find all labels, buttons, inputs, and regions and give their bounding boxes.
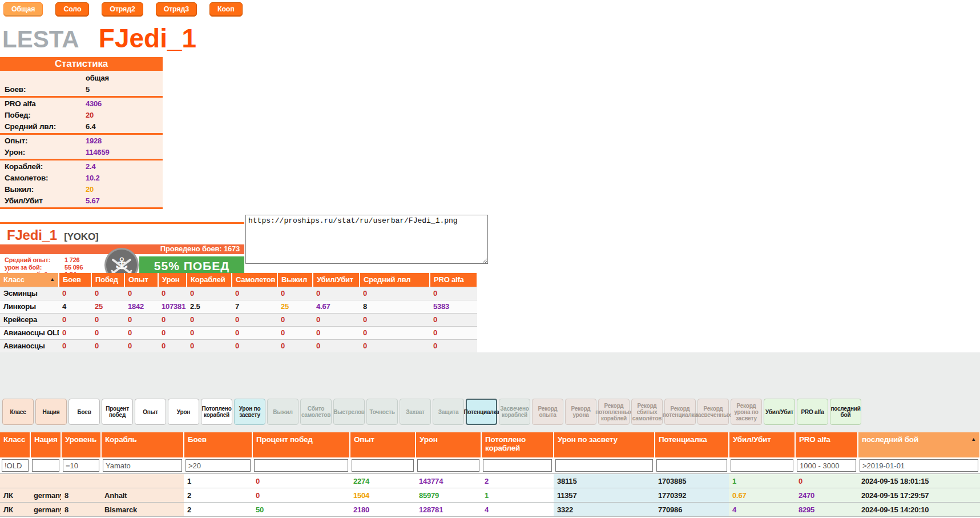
filter-button-4[interactable]: Процент побед — [102, 399, 133, 425]
ship-table-col-header[interactable]: последний бой▲ — [858, 432, 980, 457]
filter-button-22[interactable]: Рекорд засвеченных — [697, 399, 729, 425]
column-filter-input[interactable] — [731, 459, 793, 472]
filter-button-8[interactable]: Урон по засвету — [234, 399, 265, 425]
column-filter-input[interactable] — [483, 459, 552, 472]
ship-table-col-header[interactable]: Опыт — [350, 432, 416, 457]
filter-button-23[interactable]: Рекорд урона по засвету — [731, 399, 762, 425]
class-table-col-header[interactable]: Урон — [158, 273, 187, 287]
stat-label: Урон: — [0, 148, 86, 156]
filter-button-9[interactable]: Выжил — [267, 399, 299, 425]
column-filter-input[interactable] — [417, 459, 479, 472]
ship-table-col-header[interactable]: PRO alfa — [795, 432, 858, 457]
class-table-col-header[interactable]: Средний лвл — [360, 273, 430, 287]
class-table-col-header[interactable]: PRO alfa — [430, 273, 477, 287]
class-stat-cell: 0 — [313, 287, 360, 300]
ship-stat-cell: 2470 — [795, 488, 858, 503]
class-table-row: Авианосцы OLD0000000000 — [0, 326, 477, 339]
filter-button-18[interactable]: Рекорд урона — [565, 399, 596, 425]
filter-button-2[interactable]: Нация — [35, 399, 67, 425]
class-stat-cell: 0 — [59, 326, 91, 339]
filter-button-7[interactable]: Потоплено кораблей — [201, 399, 232, 425]
class-stat-cell: 8 — [360, 300, 430, 313]
column-filter-input[interactable] — [254, 459, 348, 472]
ship-table-col-header[interactable]: Процент побед — [252, 432, 350, 457]
ship-class-cell: Авианосцы OLD — [0, 326, 59, 339]
filter-button-12[interactable]: Точность — [366, 399, 398, 425]
ship-table-col-header[interactable]: Боев — [184, 432, 252, 457]
class-stat-cell: 4.67 — [313, 300, 360, 313]
filter-button-11[interactable]: Выстрелов — [333, 399, 365, 425]
ship-stat-cell: 2024-09-15 17:29:57 — [858, 488, 980, 503]
column-filter-input[interactable] — [103, 459, 182, 472]
class-stat-cell: 0 — [158, 326, 187, 339]
ship-stat-cell: ЛК — [0, 503, 30, 517]
tab-1[interactable]: Общая — [3, 2, 43, 17]
ship-table-col-header[interactable]: Класс — [0, 432, 30, 457]
filter-button-24[interactable]: Убил/Убит — [764, 399, 795, 425]
tab-5[interactable]: Кооп — [209, 2, 243, 17]
column-filter-input[interactable] — [352, 459, 414, 472]
column-filter-input[interactable] — [32, 459, 59, 472]
ship-table-col-header[interactable]: Потоплено кораблей — [481, 432, 554, 457]
class-stat-cell: 25 — [91, 300, 124, 313]
class-table-col-header[interactable]: Выжил — [277, 273, 313, 287]
ship-table-col-header[interactable]: Нация — [30, 432, 61, 457]
column-filter-input[interactable] — [860, 459, 978, 472]
filter-button-26[interactable]: последний бой — [830, 399, 861, 425]
ship-stat-cell — [0, 474, 30, 488]
filter-button-6[interactable]: Урон — [168, 399, 199, 425]
ship-stat-cell: 0 — [252, 474, 350, 488]
filter-button-10[interactable]: Сбито самолетов — [300, 399, 332, 425]
column-filter-input[interactable] — [185, 459, 251, 472]
ship-class-cell: Авианосцы — [0, 339, 59, 352]
class-stat-cell: 0 — [124, 326, 158, 339]
tab-3[interactable]: Отряд2 — [102, 2, 143, 17]
column-filter-input[interactable] — [656, 459, 727, 472]
userbar-url-textarea[interactable]: https://proships.ru/stat/ru/userbar/FJed… — [245, 215, 488, 264]
ship-table-col-header[interactable]: Урон по засвету — [554, 432, 655, 457]
stat-value: 1928 — [86, 136, 102, 145]
ship-table-col-header[interactable]: Убил/Убит — [729, 432, 795, 457]
filter-button-21[interactable]: Рекорд потенциалки — [664, 399, 696, 425]
class-table-col-header[interactable]: Боев — [59, 273, 91, 287]
tab-2[interactable]: Соло — [55, 2, 89, 17]
filter-button-13[interactable]: Захват — [400, 399, 431, 425]
class-stat-cell: 0 — [232, 339, 277, 352]
stats-column-header: общая — [0, 71, 163, 83]
filter-button-16[interactable]: Засвечено кораблей — [499, 399, 530, 425]
column-filter-input[interactable] — [63, 459, 99, 472]
column-filter-input[interactable] — [555, 459, 653, 472]
ship-table-col-header[interactable]: Корабль — [101, 432, 184, 457]
stat-row: Побед:20 — [0, 109, 163, 121]
filter-button-15[interactable]: Потенциалка — [466, 399, 497, 425]
stat-row: Выжил:20 — [0, 183, 163, 195]
ship-stat-cell: 0 — [252, 488, 350, 503]
class-table-col-header[interactable]: Класс▲ — [0, 273, 59, 287]
class-table-col-header[interactable]: Самолетов — [232, 273, 277, 287]
ship-stat-cell — [101, 474, 184, 488]
filter-button-17[interactable]: Рекорд опыта — [532, 399, 563, 425]
class-table-col-header[interactable]: Кораблей — [187, 273, 232, 287]
class-table-col-header[interactable]: Убил/Убит — [313, 273, 360, 287]
filter-cell — [30, 457, 61, 474]
ship-table-col-header[interactable]: Урон — [416, 432, 481, 457]
ship-table-col-header[interactable]: Уровень — [61, 432, 101, 457]
ship-table-col-header[interactable]: Потенциалка — [655, 432, 729, 457]
filter-button-20[interactable]: Рекорд сбитых самолётов — [631, 399, 663, 425]
filter-button-14[interactable]: Защита — [433, 399, 464, 425]
class-stat-cell: 107381 — [158, 300, 187, 313]
filter-cell — [729, 457, 795, 474]
column-filter-input[interactable] — [2, 459, 29, 472]
filter-cell — [0, 457, 30, 474]
class-table-col-header[interactable]: Побед — [91, 273, 124, 287]
filter-button-3[interactable]: Боев — [68, 399, 100, 425]
tab-4[interactable]: Отряд3 — [156, 2, 197, 17]
column-filter-input[interactable] — [797, 459, 856, 472]
filter-button-1[interactable]: Класс — [2, 399, 34, 425]
class-stat-cell: 0 — [232, 326, 277, 339]
stat-value: 20 — [86, 185, 94, 194]
filter-button-5[interactable]: Опыт — [135, 399, 166, 425]
class-table-col-header[interactable]: Опыт — [124, 273, 158, 287]
filter-button-25[interactable]: PRO alfa — [797, 399, 828, 425]
filter-button-19[interactable]: Рекорд потопленных кораблей — [598, 399, 630, 425]
